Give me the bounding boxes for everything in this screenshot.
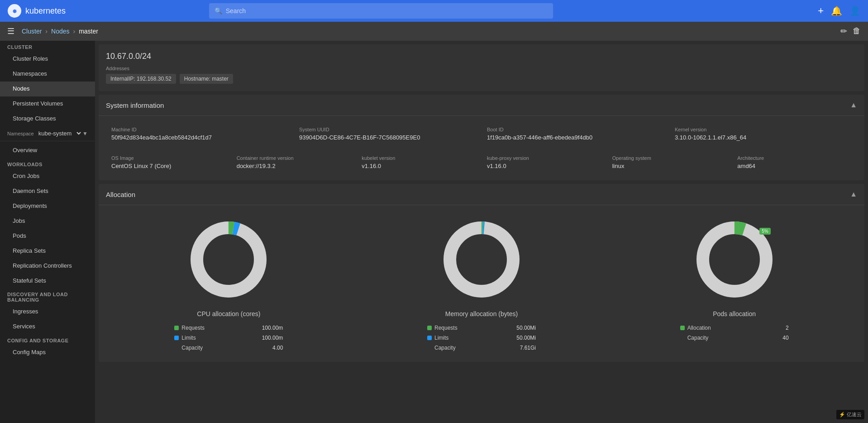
address-tag-1: Hostname: master (180, 74, 233, 84)
kubelet-version-item: kubelet version v1.16.0 (356, 152, 482, 173)
memory-alloc-title: Memory allocation (bytes) (445, 310, 518, 317)
boot-id-item: Boot ID 1f19ca0b-a357-446e-aff6-ebedea9f… (482, 123, 669, 144)
menu-icon[interactable]: ☰ (7, 26, 14, 36)
system-info-panel: System information ▲ Machine ID 50f942d8… (99, 95, 864, 180)
sidebar-item-replica-sets[interactable]: Replica Sets (0, 244, 95, 259)
allocation-chevron-icon: ▲ (850, 190, 857, 198)
watermark: ⚡ 亿速云 (836, 410, 864, 419)
memory-requests-value: 50.00Mi (516, 325, 536, 331)
svg-point-5 (204, 235, 253, 284)
boot-id-label: Boot ID (487, 127, 664, 132)
sidebar-item-ingresses[interactable]: Ingresses (0, 304, 95, 319)
sidebar-item-stateful-sets[interactable]: Stateful Sets (0, 274, 95, 288)
cpu-limits-dot (174, 336, 179, 340)
system-info-header[interactable]: System information ▲ (99, 95, 864, 116)
sidebar-item-nodes[interactable]: Nodes (0, 82, 95, 96)
pods-allocation-dot (680, 326, 685, 330)
sidebar-item-replication-controllers[interactable]: Replication Controllers (0, 259, 95, 274)
kube-proxy-value: v1.16.0 (487, 163, 601, 169)
ip-address: 10.67.0.0/24 (106, 52, 857, 61)
cpu-requests-row: Requests 100.00m (174, 323, 283, 333)
sidebar-item-persistent-volumes[interactable]: Persistent Volumes (0, 96, 95, 111)
search-bar[interactable]: 🔍 (209, 3, 553, 19)
cpu-limits-value: 100.00m (262, 335, 283, 341)
kernel-version-item: Kernel version 3.10.0-1062.1.1.el7.x86_6… (669, 123, 857, 144)
notifications-icon[interactable]: 🔔 (831, 5, 842, 16)
memory-capacity-value: 7.61Gi (520, 345, 536, 351)
system-uuid-value: 93904D6D-CE86-4C7E-B16F-7C568095E9E0 (299, 134, 476, 141)
namespace-dropdown[interactable]: kube-system default (37, 130, 82, 137)
sidebar-item-deployments[interactable]: Deployments (0, 199, 95, 214)
content-area: 10.67.0.0/24 Addresses InternalIP: 192.1… (95, 41, 868, 423)
namespace-selector[interactable]: Namespace kube-system default ▼ (0, 126, 95, 141)
architecture-label: Architecture (737, 155, 852, 161)
memory-capacity-row: Capacity 7.61Gi (427, 343, 536, 353)
sidebar-item-cron-jobs[interactable]: Cron Jobs (0, 169, 95, 184)
memory-limits-label: Limits (434, 335, 448, 341)
cpu-allocation-card: CPU allocation (cores) Requests 100.00m (106, 214, 352, 353)
memory-allocation-card: Memory allocation (bytes) Requests 50.00… (359, 214, 605, 353)
operating-system-label: Operating system (612, 155, 727, 161)
sysinfo-row1: Machine ID 50f942d834ea4bc1a8ceb5842d4cf… (99, 116, 864, 152)
namespace-label: Namespace (7, 131, 34, 136)
sidebar-item-services[interactable]: Services (0, 319, 95, 334)
memory-limits-dot (427, 336, 432, 340)
breadcrumb-cluster[interactable]: Cluster (22, 28, 42, 35)
memory-limits-value: 50.00Mi (516, 335, 536, 341)
architecture-value: amd64 (737, 163, 852, 169)
dropdown-chevron-icon: ▼ (82, 130, 88, 137)
breadcrumb-sep-2: › (73, 28, 76, 35)
pods-capacity-value: 40 (782, 335, 788, 341)
svg-point-12 (710, 235, 759, 284)
svg-text:⎈: ⎈ (13, 7, 17, 14)
cpu-requests-label: Requests (181, 325, 205, 331)
sidebar-item-cluster-roles[interactable]: Cluster Roles (0, 52, 95, 67)
memory-capacity-label: Capacity (434, 345, 456, 351)
machine-id-item: Machine ID 50f942d834ea4bc1a8ceb5842d4cf… (106, 123, 294, 144)
cpu-capacity-dot (174, 346, 179, 350)
allocation-panel: Allocation ▲ (99, 184, 864, 362)
allocation-title: Allocation (106, 191, 135, 198)
add-button[interactable]: + (818, 5, 824, 17)
delete-button[interactable]: 🗑 (853, 26, 861, 36)
sidebar-item-overview[interactable]: Overview (0, 143, 95, 158)
cpu-alloc-title: CPU allocation (cores) (197, 310, 260, 317)
pods-allocation-label: Allocation (687, 325, 711, 331)
sidebar-item-namespaces[interactable]: Namespaces (0, 67, 95, 82)
sidebar-item-jobs[interactable]: Jobs (0, 214, 95, 229)
sidebar-item-pods[interactable]: Pods (0, 229, 95, 244)
memory-legend: Requests 50.00Mi Limits 50.00Mi (427, 323, 536, 353)
os-image-item: OS Image CentOS Linux 7 (Core) (106, 152, 231, 173)
svg-point-9 (457, 235, 506, 284)
memory-requests-row: Requests 50.00Mi (427, 323, 536, 333)
top-nav-icons: + 🔔 👤 (818, 5, 861, 17)
search-icon: 🔍 (215, 7, 222, 14)
edit-button[interactable]: ✏ (840, 26, 847, 36)
memory-donut-svg (436, 214, 527, 305)
breadcrumb-nodes[interactable]: Nodes (51, 28, 69, 35)
search-input[interactable] (226, 7, 548, 14)
sidebar-discovery-header: Discovery and Load Balancing (0, 288, 95, 304)
allocation-header[interactable]: Allocation ▲ (99, 184, 864, 205)
container-runtime-item: Container runtime version docker://19.3.… (231, 152, 357, 173)
boot-id-value: 1f19ca0b-a357-446e-aff6-ebedea9f4db0 (487, 134, 664, 141)
system-uuid-label: System UUID (299, 127, 476, 132)
user-icon[interactable]: 👤 (849, 5, 861, 16)
pods-allocation-card: 5% Pods allocation Allocation 2 (611, 214, 857, 353)
sidebar-item-config-maps[interactable]: Config Maps (0, 345, 95, 360)
cpu-capacity-value: 4.00 (272, 345, 283, 351)
machine-id-label: Machine ID (111, 127, 288, 132)
sidebar-item-storage-classes[interactable]: Storage Classes (0, 111, 95, 126)
addresses-label: Addresses (106, 66, 857, 71)
sidebar-config-header: Config and Storage (0, 334, 95, 345)
memory-capacity-dot (427, 346, 432, 350)
memory-requests-dot (427, 326, 432, 330)
kube-proxy-label: kube-proxy version (487, 155, 601, 161)
ip-info-card: 10.67.0.0/24 Addresses InternalIP: 192.1… (99, 44, 864, 91)
kubelet-version-value: v1.16.0 (362, 163, 476, 169)
sidebar-item-daemon-sets[interactable]: Daemon Sets (0, 184, 95, 199)
pods-donut-chart: 5% (689, 214, 780, 305)
pods-capacity-row: Capacity 40 (680, 333, 789, 343)
sidebar-cluster-header: Cluster (0, 41, 95, 52)
allocation-grid: CPU allocation (cores) Requests 100.00m (99, 205, 864, 362)
